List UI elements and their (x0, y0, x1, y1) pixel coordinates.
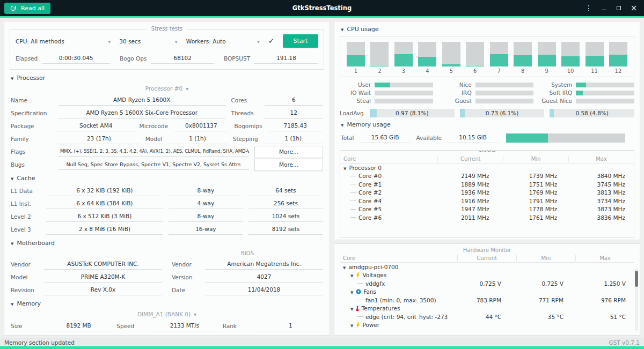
field-value: DDR4 (46, 333, 107, 336)
start-button[interactable]: Start (283, 34, 318, 48)
clock-row[interactable]: Core #4 1916 MHz 1791 MHz 3734 MHz (340, 197, 634, 205)
field-label: Specification (11, 110, 53, 116)
clock-core-name: Core #1 (358, 181, 382, 188)
processor-expander[interactable]: Processor (10, 71, 324, 84)
restore-icon[interactable] (613, 2, 625, 14)
cpu-core-gauge-bar (418, 42, 436, 66)
hw-power-group[interactable]: Power (340, 321, 634, 330)
clock-row[interactable]: Core #6 2011 MHz 1761 MHz 3836 MHz (340, 213, 634, 222)
stress-method-select[interactable]: CPU: All methods (16, 38, 111, 44)
stress-duration-select[interactable]: 30 secs (119, 38, 178, 44)
cpu-stat-bar (576, 83, 634, 87)
hw-sensor-row[interactable]: fan1 (min: 0, max: 3500) 783 RPM 771 RPM… (340, 296, 634, 305)
tree-connector (357, 300, 363, 300)
cpu-stat: Guest (441, 98, 534, 104)
bios-row: Date 11/04/2018 (172, 284, 323, 296)
motherboard-expander[interactable]: Motherboard (10, 236, 324, 249)
cpu-core-gauge-bar (561, 42, 580, 66)
tree-expander-icon (350, 288, 353, 295)
cpu-core-gauge: 7 (490, 42, 508, 77)
board-row: Revision Rev X.0x (11, 284, 162, 296)
check-icon[interactable] (268, 37, 274, 45)
field-label: Version (172, 274, 200, 280)
hw-device-row[interactable]: amdgpu-pci-0700 (340, 263, 634, 271)
hw-fans-group[interactable]: Fans (340, 288, 634, 296)
cpu-stat-fill (576, 83, 586, 87)
cpu-core-gauge-fill (514, 55, 532, 66)
metric-value: 0:00:30.045 (42, 53, 110, 64)
clock-current-value: 1889 MHz (430, 181, 498, 188)
clock-min-value: 1778 MHz (497, 206, 566, 212)
hw-temperatures-group[interactable]: Temperatures (340, 305, 634, 313)
hw-sensor-row[interactable]: vddgfx 0.725 V 0.725 V 1.250 V (340, 279, 634, 288)
cache-expander[interactable]: Cache (10, 171, 324, 184)
tree-connector (350, 201, 356, 201)
hw-device-name: amdgpu-pci-0700 (348, 264, 398, 270)
memory-type-row: Type DDR4 Type Detail Synchronous Unbuff… (10, 332, 324, 336)
dimm-selector[interactable]: DIMM_A1 (BANK 0) (10, 310, 324, 320)
usage-panel: CPU usage 1 (334, 21, 640, 240)
cache-row: L1 Data 6 x 32 KiB (192 KiB) 8-way 64 se… (10, 184, 324, 197)
memory-usage-expander[interactable]: Memory usage (340, 117, 634, 131)
hw-sensor-row[interactable]: edge (crit: 94, crit_hyst: -273.15) 44 °… (340, 313, 634, 321)
cpu-stat: System (541, 81, 634, 88)
clock-max-value: 3813 MHz (566, 189, 634, 196)
cpu-core-number: 12 (609, 66, 627, 77)
column-header: Min (503, 156, 568, 162)
processor-selector[interactable]: Processor #0 (10, 84, 324, 94)
stress-workers-select[interactable]: Workers: Auto (186, 38, 260, 44)
scrollbar-thumb[interactable] (635, 271, 638, 287)
cpu-stat-fill (576, 91, 583, 95)
cpu-core-number: 3 (394, 66, 413, 77)
cpu-usage-expander[interactable]: CPU usage (340, 25, 634, 35)
cpu-core-gauge-fill (490, 54, 508, 66)
cpu-stat-label: Steal (340, 98, 371, 104)
cpu-stat: Nice (441, 81, 534, 88)
cpu-core-gauge: 3 (394, 42, 413, 77)
motherboard-expander-label: Motherboard (17, 240, 55, 247)
bios-row: Version 4027 (172, 271, 323, 284)
cpu-gauges-frame: 1 2 (340, 36, 634, 77)
menu-kebab-icon[interactable] (583, 2, 595, 14)
processor-name-row: Name AMD Ryzen 5 1600X Cores 6 (10, 94, 324, 107)
scrollbar[interactable] (635, 269, 638, 331)
column-header: Current (457, 255, 516, 261)
read-all-button[interactable]: Read all (4, 3, 50, 14)
clocks-group-row[interactable]: Processor 0 (340, 164, 634, 172)
cpu-core-gauge-bar (538, 42, 556, 66)
field-label: Flags (11, 148, 53, 155)
cache-ways-value: 8-way (169, 211, 243, 222)
clock-min-value: 1751 MHz (497, 181, 566, 188)
cache-table: L1 Data 6 x 32 KiB (192 KiB) 8-way 64 se… (10, 184, 324, 236)
clock-max-value: 3745 MHz (566, 181, 634, 188)
field-value: 12 (265, 108, 324, 118)
cpu-stat: Guest Nice (541, 98, 634, 104)
memory-expander[interactable]: Memory (10, 296, 324, 310)
clock-row[interactable]: Core #2 1936 MHz 1769 MHz 3813 MHz (340, 189, 634, 197)
cpu-core-gauge-bar (514, 42, 532, 66)
field-value: 1 (258, 321, 323, 331)
clock-row[interactable]: Core #5 1947 MHz 1778 MHz 3873 MHz (340, 205, 634, 214)
flags-more-button[interactable]: More... (254, 146, 323, 158)
metric-label: BOPSUST (224, 55, 250, 62)
chevron-down-icon (108, 38, 111, 44)
cpu-stat: Steal (340, 98, 433, 104)
stress-duration-value: 30 secs (119, 38, 141, 44)
clock-core-name: Core #2 (358, 189, 382, 196)
bugs-more-button[interactable]: More... (254, 159, 323, 171)
clock-row[interactable]: Core #1 1889 MHz 1751 MHz 3745 MHz (340, 180, 634, 189)
metric-value: 68102 (151, 53, 214, 64)
hw-voltages-group[interactable]: Voltages (340, 271, 634, 280)
cpu-core-gauge: 11 (586, 42, 604, 77)
loadavg-value: 0.97 (8.1%) (396, 110, 429, 116)
clock-current-value: 1916 MHz (430, 198, 498, 204)
cpu-stat-label: Nice (441, 81, 472, 88)
field-label: Available (416, 135, 442, 141)
bios-row: Vendor American Megatrends Inc. (172, 258, 323, 271)
field-value: 2133 MT/s (152, 321, 217, 331)
hw-max-value: 1.250 V (572, 280, 634, 287)
minimize-icon[interactable] (598, 2, 610, 14)
stress-tests-frame: Stress tests CPU: All methods 30 secs Wo… (10, 29, 324, 70)
close-icon[interactable] (628, 2, 640, 14)
clock-row[interactable]: Core #0 2149 MHz 1739 MHz 3840 MHz (340, 172, 634, 181)
